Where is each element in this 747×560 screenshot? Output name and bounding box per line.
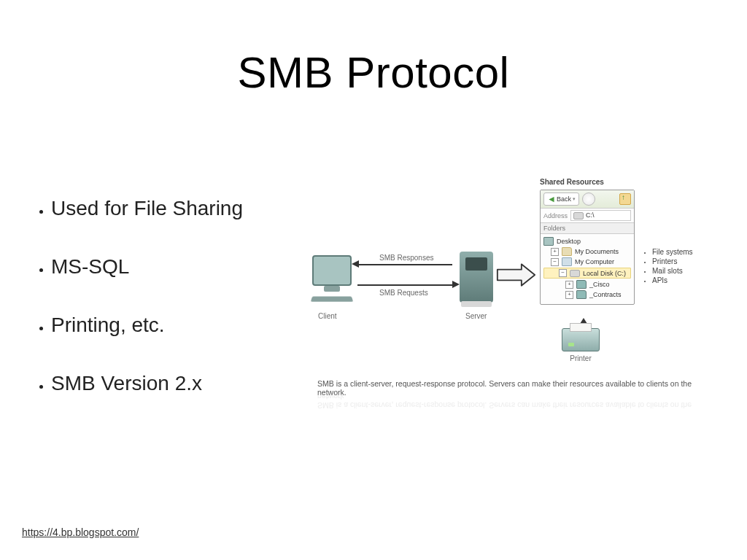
address-label: Address <box>543 212 568 219</box>
responses-arrow <box>357 264 452 265</box>
arrow-head-icon <box>452 281 460 288</box>
folder-tree: Desktop + My Documents − My Computer − L… <box>541 234 634 304</box>
address-field[interactable]: C:\ <box>570 210 631 221</box>
back-button[interactable]: ◄ Back ▾ <box>543 192 579 206</box>
tree-item-contracts[interactable]: + _Contracts <box>543 289 631 300</box>
arrow-head-icon <box>352 260 359 268</box>
disk-icon <box>573 212 584 219</box>
folder-icon <box>576 290 587 299</box>
diagram-caption-reflection: SMB is a client-server, request-response… <box>317 392 704 410</box>
server-label: Server <box>465 312 487 320</box>
resource-item: Mail slots <box>652 267 693 275</box>
tree-item-desktop[interactable]: Desktop <box>543 236 631 246</box>
expand-icon[interactable]: + <box>565 291 573 299</box>
slide-title: SMB Protocol <box>0 47 747 98</box>
expand-icon[interactable]: + <box>565 281 573 289</box>
resources-list: File systems Printers Mail slots APIs <box>642 248 693 286</box>
client-icon <box>306 255 357 306</box>
collapse-icon[interactable]: − <box>551 258 559 266</box>
printer-box: Printer <box>562 328 600 362</box>
bullet-item: Used for File Sharing <box>51 197 292 220</box>
disk-icon <box>570 270 580 277</box>
folders-header: Folders <box>541 223 634 234</box>
tree-item-my-documents[interactable]: + My Documents <box>543 246 631 257</box>
requests-arrow <box>357 284 452 286</box>
desktop-icon <box>543 237 554 246</box>
printer-icon <box>562 328 600 351</box>
address-bar: Address C:\ <box>541 209 634 223</box>
expand-icon[interactable]: + <box>551 248 559 256</box>
smb-diagram: Shared Resources Client Server SMB Respo… <box>306 182 715 416</box>
up-folder-icon[interactable] <box>619 193 631 205</box>
back-arrow-icon: ◄ <box>547 194 556 204</box>
tree-item-my-computer[interactable]: − My Computer <box>543 257 631 267</box>
chevron-down-icon: ▾ <box>573 196 576 202</box>
shared-resources-label: Shared Resources <box>540 178 604 186</box>
resource-item: APIs <box>652 276 693 284</box>
source-link[interactable]: https://4.bp.blogspot.com/ <box>22 526 139 538</box>
client-label: Client <box>318 312 337 320</box>
explorer-panel: ◄ Back ▾ Address C:\ Folders Desktop + M… <box>540 190 635 305</box>
bullet-item: Printing, etc. <box>51 314 292 337</box>
back-label: Back <box>557 195 571 203</box>
server-icon <box>460 252 493 303</box>
bullet-list: Used for File Sharing MS-SQL Printing, e… <box>29 197 292 430</box>
resource-item: Printers <box>652 257 693 265</box>
documents-icon <box>562 247 572 256</box>
tree-item-cisco[interactable]: + _Cisco <box>543 279 631 289</box>
bullet-item: MS-SQL <box>51 255 292 279</box>
tree-item-local-disk[interactable]: − Local Disk (C:) <box>543 268 631 279</box>
collapse-icon[interactable]: − <box>559 269 567 277</box>
explorer-toolbar: ◄ Back ▾ <box>541 190 634 209</box>
responses-label: SMB Responses <box>379 254 433 262</box>
printer-label: Printer <box>562 354 600 362</box>
bullet-item: SMB Version 2.x <box>51 372 292 395</box>
forward-button[interactable] <box>582 192 595 206</box>
requests-label: SMB Requests <box>379 289 428 297</box>
big-arrow-icon <box>496 262 536 287</box>
folder-icon <box>576 280 587 289</box>
computer-icon <box>562 257 572 266</box>
resource-item: File systems <box>652 248 693 256</box>
